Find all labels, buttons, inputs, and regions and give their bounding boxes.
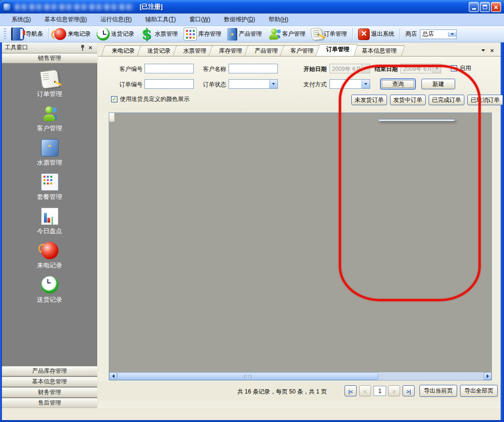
toolbar-customer-button[interactable]: 客户管理 [265, 27, 308, 42]
sidebar-item-订单管理[interactable]: 订单管理 [37, 70, 62, 98]
window-controls: × [469, 2, 501, 12]
menubar-item[interactable]: 系统(S) [6, 14, 37, 25]
alarm-bell-icon [41, 242, 58, 259]
tab-送货记录[interactable]: 送货记录 [139, 45, 177, 56]
page-number-input[interactable] [374, 386, 386, 396]
menubar-item[interactable]: 窗口(W) [184, 14, 216, 25]
delivery-color-checkbox[interactable] [111, 96, 117, 102]
scrollbar-thumb[interactable] [117, 372, 378, 380]
menubar-item[interactable]: 基本信息管理(B) [39, 14, 93, 25]
last-page-button[interactable]: >| [403, 385, 415, 396]
toolbar-inventory-button[interactable]: 库存管理 [181, 27, 224, 42]
store-combo[interactable]: 总店 [420, 29, 457, 39]
new-button[interactable]: 新建 [421, 79, 455, 89]
sidebar-close-button[interactable]: × [86, 44, 94, 51]
chevron-down-icon[interactable] [432, 64, 441, 73]
status-filter-button-发货中订单[interactable]: 发货中订单 [390, 95, 426, 105]
chevron-down-icon[interactable] [448, 32, 456, 37]
toolbar-navigator-button[interactable]: 导航条 [8, 27, 46, 42]
sidebar-group-产品库存管理[interactable]: 产品库存管理 [2, 366, 97, 376]
tab-来电记录[interactable]: 来电记录 [103, 45, 142, 56]
sidebar-item-今日盘点[interactable]: 今日盘点 [37, 208, 62, 236]
scroll-right-arrow-icon[interactable] [484, 372, 491, 380]
toolbar-call-record-button[interactable]: 来电记录 [51, 27, 94, 41]
start-date-label: 开始日期 [303, 65, 327, 73]
sidebar-item-套餐管理[interactable]: 套餐管理 [37, 173, 62, 201]
enable-label: 启用 [460, 64, 471, 72]
filter-panel: 客户编号 客户名称 开始日期 2009年 6月 8日 结束日期 2009年 6月… [98, 56, 501, 113]
registered-badge: [已注册] [140, 2, 163, 11]
tab-产品管理[interactable]: 产品管理 [246, 45, 285, 56]
tab-水票管理[interactable]: 水票管理 [174, 45, 213, 56]
toolbar-button-label: 产品管理 [239, 30, 262, 38]
chevron-down-icon[interactable] [361, 64, 370, 73]
tab-基本信息管理[interactable]: 基本信息管理 [353, 45, 403, 56]
toolbar-delivery-record-button[interactable]: 送货记录 [94, 27, 137, 42]
chevron-down-icon[interactable] [269, 80, 277, 88]
sidebar-group-基本信息管理[interactable]: 基本信息管理 [2, 377, 97, 387]
tab-list-dropdown-icon[interactable] [481, 49, 485, 54]
tab-label: 库存管理 [219, 47, 242, 54]
status-filter-button-已完成订单[interactable]: 已完成订单 [429, 95, 464, 105]
order-status-combo[interactable] [229, 79, 278, 89]
export-current-page-button[interactable]: 导出当前页 [419, 385, 457, 397]
toolbar-button-label: 来电记录 [68, 30, 91, 38]
order-no-input[interactable] [144, 79, 194, 89]
toolbar-grip[interactable] [4, 28, 6, 40]
menubar-item[interactable]: 帮助(H) [263, 14, 294, 25]
customer-name-label: 客户名称 [203, 65, 226, 73]
end-date-label: 结束日期 [374, 65, 398, 73]
end-date-picker[interactable]: 2009年 6月 8日 [401, 64, 441, 73]
close-button[interactable]: × [491, 2, 501, 12]
sidebar-item-水票管理[interactable]: 水票管理 [37, 139, 62, 167]
minimize-button[interactable] [469, 2, 479, 12]
maximize-button[interactable] [480, 2, 490, 12]
status-filter-button-未发货订单[interactable]: 未发货订单 [351, 95, 387, 105]
tab-客户管理[interactable]: 客户管理 [282, 45, 320, 56]
enable-checkbox[interactable] [451, 65, 457, 71]
export-all-pages-button[interactable]: 导出全部页 [460, 385, 498, 397]
customer-name-input[interactable] [229, 64, 278, 73]
sidebar-group-财务管理[interactable]: 财务管理 [2, 387, 97, 397]
pin-button[interactable] [79, 44, 86, 51]
toolbar-order-button[interactable]: 订单管理 [308, 27, 350, 41]
customer-no-input[interactable] [144, 64, 194, 73]
sidebar-group-sales[interactable]: 销售管理 [2, 53, 97, 63]
query-button[interactable]: 查询 [380, 79, 416, 89]
menubar-item[interactable]: 运行信息(R) [95, 14, 138, 25]
status-filter-button-已取消订单[interactable]: 已取消订单 [467, 95, 503, 105]
prev-page-button[interactable]: < [359, 385, 371, 396]
tab-库存管理[interactable]: 库存管理 [210, 45, 249, 56]
next-page-button[interactable]: > [388, 385, 400, 396]
sidebar-item-送货记录[interactable]: 送货记录 [37, 276, 62, 304]
color-checkbox-row[interactable]: 使用送货员定义的颜色展示 [111, 95, 189, 103]
navigator-book-icon [11, 28, 24, 41]
maximize-icon [483, 5, 487, 9]
horizontal-scrollbar[interactable] [109, 372, 491, 380]
chevron-down-icon[interactable] [361, 80, 370, 88]
store-label: 商店 [405, 30, 417, 38]
context-menu [378, 119, 455, 121]
sidebar-item-来电记录[interactable]: 来电记录 [37, 242, 62, 270]
sidebar-group-售后管理[interactable]: 售后管理 [2, 398, 97, 408]
pay-method-combo[interactable] [330, 79, 370, 89]
menubar-item[interactable]: 辅助工具(T) [140, 14, 182, 25]
enable-checkbox-row[interactable]: 启用 [451, 64, 471, 72]
toolbar-product-button[interactable]: 产品管理 [224, 27, 265, 42]
start-date-picker[interactable]: 2009年 6月 8日 [330, 64, 370, 73]
calendar-grid-icon [41, 173, 58, 191]
sidebar-item-客户管理[interactable]: 客户管理 [37, 105, 62, 133]
clock-icon [41, 276, 58, 294]
toolbar-water-ticket-button[interactable]: 水票管理 [137, 27, 181, 42]
toolbar-exit-button[interactable]: 退出系统 [355, 28, 397, 41]
tab-订单管理[interactable]: 订单管理 [317, 44, 356, 56]
tab-label: 订单管理 [326, 46, 349, 53]
first-page-button[interactable]: |< [345, 385, 357, 396]
scroll-left-arrow-icon[interactable] [109, 372, 117, 380]
menubar-item[interactable]: 数据维护(D) [218, 14, 261, 25]
record-count-summary: 共 16 条记录，每页 50 条，共 1 页 [237, 388, 327, 396]
tab-close-icon[interactable]: × [490, 48, 494, 53]
title-bar[interactable]: [已注册] × [0, 0, 504, 14]
toolbar-button-label: 退出系统 [371, 30, 394, 38]
toolbar-button-label: 水票管理 [155, 30, 178, 38]
